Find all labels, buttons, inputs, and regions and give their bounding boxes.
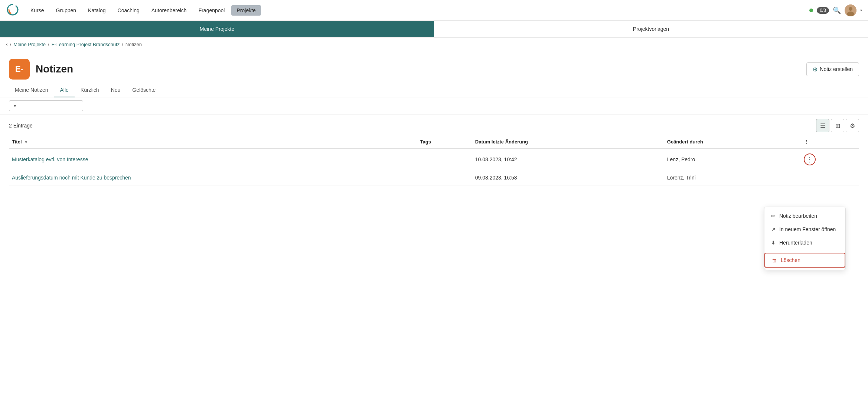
entries-count: 2 Einträge (9, 123, 33, 129)
note-actions-1: ⋮ (801, 149, 859, 170)
table-header-row: Titel ▼ Tags Datum letzte Änderung Geänd… (9, 135, 859, 149)
nav-kurse[interactable]: Kurse (25, 5, 49, 16)
table-row: Auslieferungsdatum noch mit Kunde zu bes… (9, 170, 859, 185)
navbar: Kurse Gruppen Katalog Coaching Autorenbe… (0, 0, 868, 21)
table-meta: 2 Einträge ☰ ⊞ ⚙ (9, 114, 859, 135)
note-title-1[interactable]: Musterkatalog evtl. von Interesse (9, 149, 417, 170)
note-menu-button-1[interactable]: ⋮ (804, 153, 816, 165)
tab-meine-projekte[interactable]: Meine Projekte (0, 21, 434, 37)
col-actions: ⋮ (801, 135, 859, 149)
col-geaendert: Geändert durch (664, 135, 801, 149)
search-icon[interactable]: 🔍 (833, 6, 841, 14)
note-tags-1 (417, 149, 472, 170)
status-indicator (809, 9, 813, 12)
nav-gruppen[interactable]: Gruppen (51, 5, 81, 16)
nav-fragenpool[interactable]: Fragenpool (193, 5, 230, 16)
filter-tab-kuerzlich[interactable]: Kürzlich (75, 83, 105, 97)
settings-icon: ⚙ (850, 122, 855, 129)
filter-tab-neu[interactable]: Neu (105, 83, 127, 97)
table-area: 2 Einträge ☰ ⊞ ⚙ Titel ▼ Tags Datum letz… (0, 114, 868, 185)
breadcrumb: ‹ / Meine Projekte / E-Learning Projekt … (0, 38, 868, 51)
nav-coaching[interactable]: Coaching (112, 5, 145, 16)
filter-dropdown[interactable]: ▾ (9, 100, 83, 111)
filter-tabs: Meine Notizen Alle Kürzlich Neu Gelöscht… (0, 83, 868, 97)
logo[interactable] (6, 3, 19, 17)
note-title-2[interactable]: Auslieferungsdatum noch mit Kunde zu bes… (9, 170, 417, 185)
project-icon: E- (9, 59, 30, 80)
col-actions-dots: ⋮ (804, 139, 809, 145)
nav-autorenbereich[interactable]: Autorenbereich (146, 5, 192, 16)
page-header: E- Notizen ⊕ Notiz erstellen (0, 51, 868, 83)
plus-icon: ⊕ (813, 66, 818, 73)
breadcrumb-sep-2: / (48, 42, 49, 47)
breadcrumb-sep-1: / (10, 42, 12, 47)
page-title: Notizen (36, 63, 800, 75)
back-button[interactable]: ‹ (6, 41, 8, 47)
note-tags-2 (417, 170, 472, 185)
filter-tab-alle[interactable]: Alle (54, 83, 75, 97)
view-controls: ☰ ⊞ ⚙ (816, 119, 859, 132)
svg-point-1 (849, 7, 852, 11)
navbar-right: 0/3 🔍 ▾ (809, 4, 862, 16)
col-datum: Datum letzte Änderung (472, 135, 664, 149)
note-actions-2 (801, 170, 859, 185)
notes-table: Titel ▼ Tags Datum letzte Änderung Geänd… (9, 135, 859, 185)
avatar[interactable] (845, 4, 856, 16)
user-menu-chevron[interactable]: ▾ (860, 8, 862, 12)
breadcrumb-current: Notizen (125, 42, 142, 47)
list-view-icon: ☰ (820, 122, 825, 129)
dropdown-caret: ▾ (14, 103, 16, 109)
top-tabs: Meine Projekte Projektvorlagen (0, 21, 868, 38)
sort-icon-titel: ▼ (24, 140, 28, 144)
nav-katalog[interactable]: Katalog (83, 5, 111, 16)
view-grid-button[interactable]: ⊞ (831, 119, 844, 132)
grid-view-icon: ⊞ (835, 122, 840, 129)
note-geaendert-2: Lorenz, Trini (664, 170, 801, 185)
view-list-button[interactable]: ☰ (816, 119, 829, 132)
create-note-button[interactable]: ⊕ Notiz erstellen (806, 62, 859, 76)
create-note-label: Notiz erstellen (820, 66, 853, 72)
settings-button[interactable]: ⚙ (846, 119, 859, 132)
col-tags: Tags (417, 135, 472, 149)
tab-projektvorlagen[interactable]: Projektvorlagen (434, 21, 868, 37)
filter-tab-meine-notizen[interactable]: Meine Notizen (9, 83, 54, 97)
nav-projekte[interactable]: Projekte (231, 5, 261, 16)
breadcrumb-projekt[interactable]: E-Learning Projekt Brandschutz (52, 42, 120, 47)
note-datum-2: 09.08.2023, 16:58 (472, 170, 664, 185)
note-geaendert-1: Lenz, Pedro (664, 149, 801, 170)
breadcrumb-sep-3: / (122, 42, 123, 47)
table-row: Musterkatalog evtl. von Interesse 10.08.… (9, 149, 859, 170)
col-titel[interactable]: Titel ▼ (9, 135, 417, 149)
filter-tab-geloeschte[interactable]: Gelöschte (126, 83, 161, 97)
note-datum-1: 10.08.2023, 10:42 (472, 149, 664, 170)
task-counter[interactable]: 0/3 (817, 7, 829, 14)
breadcrumb-meine-projekte[interactable]: Meine Projekte (13, 42, 46, 47)
filter-row: ▾ (0, 97, 868, 114)
